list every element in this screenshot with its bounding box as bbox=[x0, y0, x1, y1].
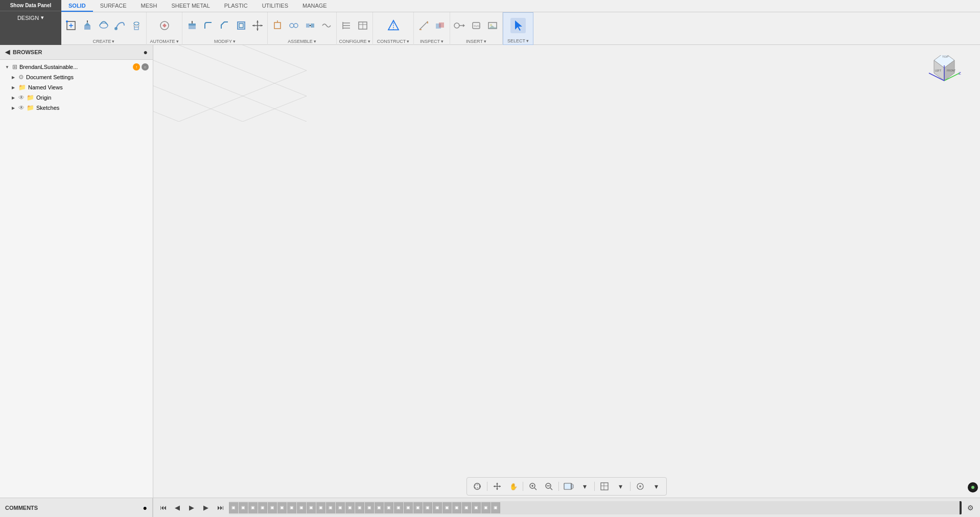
tl-marker-1[interactable]: ▣ bbox=[229, 502, 238, 513]
tree-root-item[interactable]: ▼ ⊞ BrendanLSustainable... ! ○ bbox=[0, 62, 153, 72]
create-sketch-icon[interactable] bbox=[63, 18, 79, 33]
zoom-out-icon[interactable] bbox=[542, 479, 556, 494]
tl-marker-11[interactable]: ▣ bbox=[326, 502, 335, 513]
sweep-icon[interactable] bbox=[112, 18, 128, 33]
configure-label[interactable]: CONFIGURE ▾ bbox=[339, 39, 370, 44]
tl-marker-4[interactable]: ▣ bbox=[258, 502, 267, 513]
parameters-icon[interactable] bbox=[339, 18, 354, 33]
timeline-skip-start[interactable]: ⏮ bbox=[157, 502, 169, 513]
tl-marker-6[interactable]: ▣ bbox=[277, 502, 287, 513]
tl-marker-2[interactable]: ▣ bbox=[239, 502, 248, 513]
move-icon[interactable] bbox=[250, 18, 265, 33]
display-mode-icon[interactable] bbox=[562, 479, 576, 494]
tl-marker-3[interactable]: ▣ bbox=[248, 502, 258, 513]
tree-item-named-views[interactable]: ▶ 📁 Named Views bbox=[0, 82, 153, 92]
browser-collapse-icon[interactable]: ◀ bbox=[5, 49, 10, 56]
as-built-joint-icon[interactable] bbox=[302, 18, 318, 33]
tl-marker-21[interactable]: ▣ bbox=[423, 502, 432, 513]
grid-dropdown[interactable]: ▾ bbox=[613, 479, 627, 494]
tl-marker-27[interactable]: ▣ bbox=[481, 502, 491, 513]
tab-utilities[interactable]: UTILITIES bbox=[255, 1, 295, 12]
tl-marker-23[interactable]: ▣ bbox=[442, 502, 452, 513]
design-dropdown-button[interactable]: DESIGN ▾ bbox=[12, 11, 49, 24]
tab-sheet-metal[interactable]: SHEET METAL bbox=[164, 1, 217, 12]
joint-icon[interactable] bbox=[286, 18, 301, 33]
select-icon[interactable] bbox=[510, 18, 526, 33]
status-indicator[interactable] bbox=[968, 482, 978, 492]
tab-mesh[interactable]: MESH bbox=[134, 1, 165, 12]
view-cube[interactable]: TOP LEFT FRONT Z bbox=[924, 55, 965, 96]
zoom-in-icon[interactable] bbox=[526, 479, 540, 494]
pan-icon[interactable] bbox=[490, 479, 504, 494]
timeline-next[interactable]: ▶ bbox=[200, 502, 212, 513]
insert-label[interactable]: INSERT ▾ bbox=[466, 39, 486, 44]
tl-marker-28[interactable]: ▣ bbox=[491, 502, 500, 513]
named-views-arrow[interactable]: ▶ bbox=[10, 84, 16, 90]
fillet-icon[interactable] bbox=[201, 18, 216, 33]
tl-marker-24[interactable]: ▣ bbox=[452, 502, 461, 513]
construct-icon[interactable] bbox=[386, 18, 401, 33]
tree-item-document-settings[interactable]: ▶ ⚙ Document Settings bbox=[0, 72, 153, 82]
tl-marker-17[interactable]: ▣ bbox=[384, 502, 393, 513]
revolve-icon[interactable] bbox=[96, 18, 111, 33]
doc-settings-arrow[interactable]: ▶ bbox=[10, 74, 16, 80]
tl-marker-9[interactable]: ▣ bbox=[307, 502, 316, 513]
eye-icon-origin[interactable]: 👁 bbox=[18, 94, 25, 101]
timeline-prev[interactable]: ◀ bbox=[172, 502, 183, 513]
press-pull-icon[interactable] bbox=[184, 18, 200, 33]
hand-pan-icon[interactable]: ✋ bbox=[506, 479, 520, 494]
timeline-skip-end[interactable]: ⏭ bbox=[215, 502, 226, 513]
tl-marker-12[interactable]: ▣ bbox=[336, 502, 345, 513]
table-icon[interactable] bbox=[355, 18, 370, 33]
tl-marker-14[interactable]: ▣ bbox=[355, 502, 364, 513]
tab-manage[interactable]: MANAGE bbox=[295, 1, 334, 12]
effects-icon[interactable] bbox=[633, 479, 647, 494]
select-label[interactable]: SELECT ▾ bbox=[507, 38, 529, 43]
tl-marker-13[interactable]: ▣ bbox=[345, 502, 355, 513]
browser-close-icon[interactable]: ● bbox=[144, 48, 148, 56]
modify-label[interactable]: MODIFY ▾ bbox=[214, 39, 236, 44]
orbit-mode-icon[interactable] bbox=[470, 479, 484, 494]
comments-label[interactable]: COMMENTS bbox=[5, 505, 38, 511]
sketches-arrow[interactable]: ▶ bbox=[10, 105, 16, 111]
tab-surface[interactable]: SURFACE bbox=[93, 1, 134, 12]
chamfer-icon[interactable] bbox=[217, 18, 232, 33]
automate-label[interactable]: AUTOMATE ▾ bbox=[150, 39, 178, 44]
motion-link-icon[interactable] bbox=[319, 18, 334, 33]
tl-marker-25[interactable]: ▣ bbox=[462, 502, 471, 513]
timeline-settings-icon[interactable]: ⚙ bbox=[965, 502, 976, 513]
tl-marker-19[interactable]: ▣ bbox=[404, 502, 413, 513]
tab-solid[interactable]: SOLID bbox=[61, 1, 93, 12]
comments-expand-icon[interactable]: ● bbox=[143, 504, 147, 512]
tl-marker-16[interactable]: ▣ bbox=[375, 502, 384, 513]
tl-marker-26[interactable]: ▣ bbox=[472, 502, 481, 513]
construct-label[interactable]: CONSTRUCT ▾ bbox=[377, 39, 410, 44]
tl-marker-22[interactable]: ▣ bbox=[433, 502, 442, 513]
tl-marker-7[interactable]: ▣ bbox=[287, 502, 296, 513]
inspect-label[interactable]: INSPECT ▾ bbox=[420, 39, 444, 44]
tree-item-origin[interactable]: ▶ 👁 📁 Origin bbox=[0, 92, 153, 103]
grid-toggle-icon[interactable] bbox=[597, 479, 612, 494]
automate-icon[interactable] bbox=[157, 18, 172, 33]
timeline-play[interactable]: ▶ bbox=[186, 502, 197, 513]
tree-item-sketches[interactable]: ▶ 👁 📁 Sketches bbox=[0, 103, 153, 113]
tl-marker-8[interactable]: ▣ bbox=[297, 502, 306, 513]
interference-icon[interactable] bbox=[432, 18, 448, 33]
show-data-panel-button[interactable]: Show Data Panel bbox=[0, 0, 61, 11]
tl-marker-20[interactable]: ▣ bbox=[413, 502, 423, 513]
create-label[interactable]: CREATE ▾ bbox=[93, 39, 115, 44]
insert-image-icon[interactable] bbox=[485, 18, 500, 33]
origin-arrow[interactable]: ▶ bbox=[10, 95, 16, 101]
tl-marker-18[interactable]: ▣ bbox=[394, 502, 403, 513]
measure-icon[interactable] bbox=[416, 18, 431, 33]
tl-marker-5[interactable]: ▣ bbox=[268, 502, 277, 513]
extrude-icon[interactable] bbox=[80, 18, 95, 33]
display-mode-dropdown[interactable]: ▾ bbox=[577, 479, 592, 494]
insert-svg-icon[interactable]: SVG bbox=[469, 18, 484, 33]
shell-icon[interactable] bbox=[234, 18, 249, 33]
loft-icon[interactable] bbox=[129, 18, 144, 33]
effects-dropdown[interactable]: ▾ bbox=[649, 479, 663, 494]
root-arrow[interactable]: ▼ bbox=[4, 64, 10, 70]
eye-icon-sketches[interactable]: 👁 bbox=[18, 104, 25, 111]
assemble-label[interactable]: ASSEMBLE ▾ bbox=[288, 39, 316, 44]
